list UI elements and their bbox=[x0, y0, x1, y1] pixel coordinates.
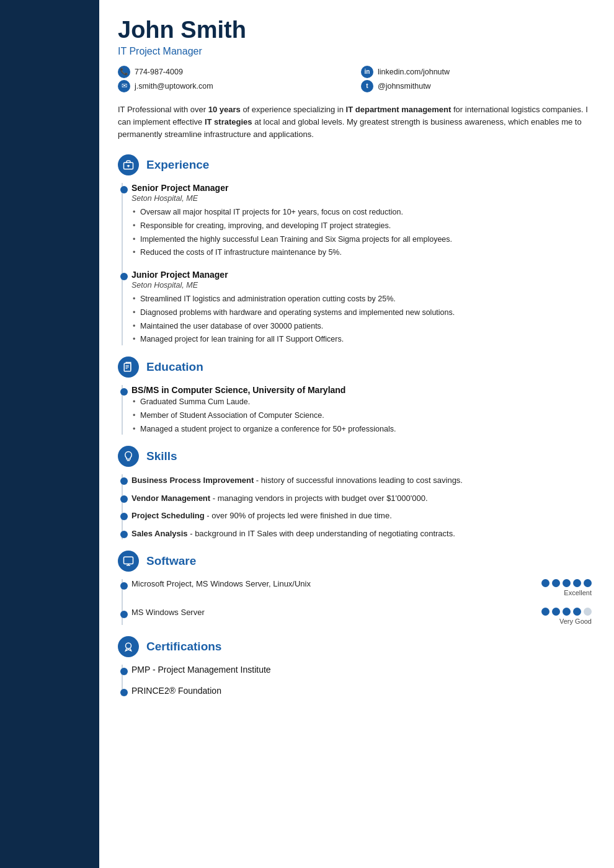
dot bbox=[573, 608, 581, 616]
phone-icon: 📞 bbox=[118, 66, 130, 78]
software-item-2: MS Windows Server Very Good bbox=[131, 608, 592, 625]
software-section: Software Microsoft Project, MS Windows S… bbox=[118, 551, 592, 625]
education-item-1: BS/MS in Computer Science, University of… bbox=[131, 385, 592, 435]
certifications-header: Certifications bbox=[118, 636, 592, 657]
dot-empty bbox=[584, 608, 592, 616]
twitter-contact: t @johnsmithutw bbox=[361, 80, 592, 92]
certifications-icon bbox=[118, 636, 139, 657]
job-item-2: Junior Project Manager Seton Hospital, M… bbox=[131, 270, 592, 345]
certifications-title: Certifications bbox=[146, 640, 221, 653]
education-title: Education bbox=[146, 360, 203, 374]
education-timeline: BS/MS in Computer Science, University of… bbox=[118, 385, 592, 435]
phone-contact: 📞 774-987-4009 bbox=[118, 66, 349, 78]
software-list: Microsoft Project, MS Windows Server, Li… bbox=[118, 579, 592, 625]
experience-icon bbox=[118, 154, 139, 175]
job-bullet: Maintained the user database of over 300… bbox=[131, 321, 592, 332]
experience-section: Experience Senior Project Manager Seton … bbox=[118, 154, 592, 345]
experience-header: Experience bbox=[118, 154, 592, 175]
dot bbox=[584, 579, 592, 587]
job-bullet: Implemented the highly successful Lean T… bbox=[131, 234, 592, 246]
edu-bullets-1: Graduated Summa Cum Laude. Member of Stu… bbox=[131, 396, 592, 435]
job-company-2: Seton Hospital, ME bbox=[131, 281, 592, 290]
email-contact: ✉ j.smith@uptowork.com bbox=[118, 80, 349, 92]
edu-bullet: Member of Student Association of Compute… bbox=[131, 410, 592, 422]
skill-item-3: Project Scheduling - over 90% of project… bbox=[131, 510, 592, 522]
software-name-2: MS Windows Server bbox=[131, 608, 205, 617]
certifications-section: Certifications PMP - Project Management … bbox=[118, 636, 592, 696]
dot bbox=[563, 579, 571, 587]
skills-section: Skills Business Process Improvement - hi… bbox=[118, 446, 592, 539]
candidate-name: John Smith bbox=[118, 17, 592, 43]
dot bbox=[563, 608, 571, 616]
job-bullet: Managed project for lean training for al… bbox=[131, 334, 592, 345]
skill-item-2: Vendor Management - managing vendors in … bbox=[131, 492, 592, 505]
svg-rect-9 bbox=[124, 557, 133, 564]
software-item-1: Microsoft Project, MS Windows Server, Li… bbox=[131, 579, 592, 596]
contact-grid: 📞 774-987-4009 in linkedin.com/johnutw ✉… bbox=[118, 66, 592, 92]
job-bullet: Diagnosed problems with hardware and ope… bbox=[131, 307, 592, 319]
svg-point-12 bbox=[126, 643, 131, 649]
skills-icon bbox=[118, 446, 139, 467]
resume-page: John Smith IT Project Manager 📞 774-987-… bbox=[0, 0, 614, 868]
job-item-1: Senior Project Manager Seton Hospital, M… bbox=[131, 183, 592, 259]
dots-row-1 bbox=[541, 579, 592, 587]
dot bbox=[552, 579, 560, 587]
skill-item-4: Sales Analysis - background in IT Sales … bbox=[131, 528, 592, 540]
dot bbox=[573, 579, 581, 587]
job-bullet: Oversaw all major hospital IT projects f… bbox=[131, 206, 592, 218]
job-company-1: Seton Hospital, ME bbox=[131, 194, 592, 203]
cert-name-2: PRINCE2® Foundation bbox=[131, 686, 592, 696]
dot bbox=[541, 608, 549, 616]
cert-name-1: PMP - Project Management Institute bbox=[131, 665, 592, 675]
header-section: John Smith IT Project Manager 📞 774-987-… bbox=[118, 17, 592, 141]
job-bullet: Streamlined IT logistics and administrat… bbox=[131, 293, 592, 305]
certifications-timeline: PMP - Project Management Institute PRINC… bbox=[118, 665, 592, 696]
edu-degree-1: BS/MS in Computer Science, University of… bbox=[131, 385, 592, 395]
software-title: Software bbox=[146, 554, 196, 568]
job-bullets-2: Streamlined IT logistics and administrat… bbox=[131, 293, 592, 345]
job-bullet: Responsible for creating, improving, and… bbox=[131, 220, 592, 232]
skills-list: Business Process Improvement - history o… bbox=[118, 474, 592, 539]
cert-item-1: PMP - Project Management Institute bbox=[131, 665, 592, 675]
dot bbox=[552, 608, 560, 616]
job-bullet: Reduced the costs of IT infrastructure m… bbox=[131, 247, 592, 259]
education-section: Education BS/MS in Computer Science, Uni… bbox=[118, 356, 592, 435]
experience-title: Experience bbox=[146, 158, 209, 172]
phone-value: 774-987-4009 bbox=[135, 68, 183, 76]
linkedin-contact: in linkedin.com/johnutw bbox=[361, 66, 592, 78]
edu-bullet: Graduated Summa Cum Laude. bbox=[131, 396, 592, 408]
education-header: Education bbox=[118, 356, 592, 378]
education-icon bbox=[118, 356, 139, 378]
candidate-title: IT Project Manager bbox=[118, 46, 592, 57]
software-rating-2: Very Good bbox=[541, 608, 592, 625]
software-name-1: Microsoft Project, MS Windows Server, Li… bbox=[131, 579, 311, 588]
sidebar bbox=[0, 0, 99, 868]
experience-timeline: Senior Project Manager Seton Hospital, M… bbox=[118, 183, 592, 345]
job-bullets-1: Oversaw all major hospital IT projects f… bbox=[131, 206, 592, 259]
rating-label-2: Very Good bbox=[559, 618, 592, 625]
software-rating-1: Excellent bbox=[541, 579, 592, 596]
email-icon: ✉ bbox=[118, 80, 130, 92]
edu-bullet: Managed a student project to organize a … bbox=[131, 423, 592, 435]
job-title-2: Junior Project Manager bbox=[131, 270, 592, 280]
rating-label-1: Excellent bbox=[564, 589, 592, 596]
twitter-icon: t bbox=[361, 80, 373, 92]
main-content: John Smith IT Project Manager 📞 774-987-… bbox=[99, 0, 614, 868]
skills-header: Skills bbox=[118, 446, 592, 467]
twitter-value: @johnsmithutw bbox=[378, 82, 431, 91]
software-icon bbox=[118, 551, 139, 572]
skill-item-1: Business Process Improvement - history o… bbox=[131, 474, 592, 487]
linkedin-icon: in bbox=[361, 66, 373, 78]
dot bbox=[541, 579, 549, 587]
cert-item-2: PRINCE2® Foundation bbox=[131, 686, 592, 696]
dots-row-2 bbox=[541, 608, 592, 616]
linkedin-value: linkedin.com/johnutw bbox=[378, 68, 450, 76]
summary-text: IT Professional with over 10 years of ex… bbox=[118, 104, 592, 141]
job-title-1: Senior Project Manager bbox=[131, 183, 592, 193]
skills-title: Skills bbox=[146, 450, 177, 463]
software-header: Software bbox=[118, 551, 592, 572]
email-value: j.smith@uptowork.com bbox=[135, 82, 213, 91]
